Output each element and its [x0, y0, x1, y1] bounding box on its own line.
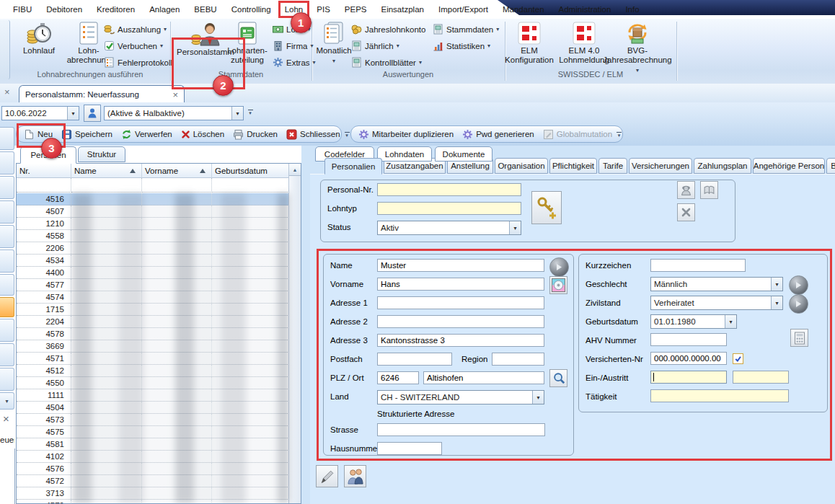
- table-row[interactable]: 3713: [17, 487, 289, 500]
- table-row[interactable]: 4102: [17, 451, 289, 463]
- close-button[interactable]: Schliessen: [282, 129, 345, 140]
- print-button[interactable]: Drucken: [229, 129, 282, 140]
- postfach-field[interactable]: [377, 353, 452, 366]
- austritt-field[interactable]: [733, 371, 789, 384]
- chevron-down-icon[interactable]: ▾: [725, 315, 736, 328]
- geschlecht-action-button[interactable]: [789, 275, 808, 295]
- vorname-field[interactable]: [377, 278, 544, 291]
- menu-item-pis[interactable]: PIS: [309, 0, 337, 19]
- date-picker[interactable]: 10.06.2022 ▾: [1, 106, 79, 120]
- filter-cell[interactable]: [212, 178, 289, 193]
- statistiken-button[interactable]: Statistiken▾: [433, 39, 490, 53]
- close-panel-icon[interactable]: ×: [4, 87, 10, 97]
- chevron-down-icon[interactable]: ▾: [771, 278, 782, 291]
- tab-lohndaten[interactable]: Lohndaten: [377, 146, 432, 162]
- tab-tarife[interactable]: Tarife: [598, 158, 627, 174]
- chevron-down-icon[interactable]: ▾: [67, 107, 79, 120]
- globalmutation-button[interactable]: Globalmutation: [539, 129, 617, 140]
- chevron-down-icon[interactable]: ▾: [771, 296, 782, 309]
- chevron-down-icon[interactable]: ▾: [509, 221, 521, 234]
- adresse3-field[interactable]: [377, 334, 544, 347]
- close-tab-icon[interactable]: ×: [172, 90, 178, 100]
- zivilstand-combo[interactable]: Verheiratet ▾: [650, 296, 783, 310]
- table-row[interactable]: 4516: [17, 193, 289, 205]
- tab-dokumente[interactable]: Dokumente: [435, 146, 492, 162]
- menu-item-info[interactable]: Info: [618, 0, 646, 19]
- taetigkeit-field[interactable]: [650, 389, 789, 402]
- versicherten-nr-field[interactable]: [650, 352, 727, 365]
- adresse2-field[interactable]: [377, 315, 544, 328]
- kurzzeichen-field[interactable]: [650, 259, 746, 272]
- employee-filter-combo[interactable]: (Aktive & Halbaktive) ▾: [104, 106, 244, 120]
- versicherten-nr-checkbox[interactable]: [733, 353, 743, 364]
- table-row[interactable]: 4579: [17, 500, 289, 504]
- kontrollblaetter-button[interactable]: Kontrollblätter▾: [351, 56, 422, 69]
- column-header-vorname[interactable]: Vorname: [142, 164, 212, 178]
- employee-picker-button[interactable]: [84, 105, 101, 122]
- auszahlung-button[interactable]: Auszahlung▾: [104, 22, 167, 36]
- tab-personalien[interactable]: Personalien: [324, 158, 382, 174]
- table-row[interactable]: 4550: [17, 377, 289, 389]
- adresse1-field[interactable]: [377, 296, 544, 309]
- table-row[interactable]: 3669: [17, 340, 289, 353]
- table-row[interactable]: 2204: [17, 316, 289, 328]
- filter-cell[interactable]: [142, 178, 212, 193]
- generate-password-button[interactable]: Pwd generieren: [458, 129, 539, 140]
- toolbar-overflow-handle[interactable]: ▾: [617, 132, 622, 137]
- menu-item-kreditoren[interactable]: Kreditoren: [89, 0, 142, 19]
- ort-field[interactable]: [423, 371, 544, 384]
- menu-item-anlagen[interactable]: Anlagen: [142, 0, 187, 19]
- menu-item-lohn[interactable]: Lohn 1: [278, 1, 310, 18]
- strasse-field[interactable]: [377, 423, 545, 436]
- jaehrlich-button[interactable]: Jährlich▾: [351, 39, 399, 53]
- table-row[interactable]: 4558: [17, 230, 289, 242]
- delete-button[interactable]: Löschen: [177, 130, 229, 139]
- column-header-name[interactable]: Name: [71, 164, 142, 178]
- photo-cd-button[interactable]: [549, 276, 567, 294]
- table-row[interactable]: 4578: [17, 328, 289, 340]
- table-row[interactable]: 4512: [17, 365, 289, 377]
- name-action-button[interactable]: [549, 257, 569, 277]
- table-row[interactable]: 4572: [17, 475, 289, 487]
- extras-menu-button[interactable]: Extras▾: [273, 56, 316, 69]
- vertical-scrollbar[interactable]: ▲: [288, 164, 301, 503]
- tab-organisation[interactable]: Organisation: [495, 158, 548, 174]
- geburtsdatum-picker[interactable]: 01.01.1980 ▾: [650, 314, 737, 329]
- column-header-geburtsdatum[interactable]: Geburtsdatum: [212, 164, 289, 178]
- table-row[interactable]: 4504: [17, 402, 289, 414]
- chevron-down-icon[interactable]: ▾: [532, 391, 544, 404]
- edit-pencil-button[interactable]: [316, 465, 338, 487]
- region-field[interactable]: [492, 353, 544, 366]
- tab-pflichtigkeit[interactable]: Pflichtigkeit: [549, 158, 597, 174]
- status-combo[interactable]: Aktiv ▾: [377, 221, 521, 235]
- firma-menu-button[interactable]: Firma▾: [273, 39, 313, 53]
- table-row[interactable]: 4573: [17, 414, 289, 426]
- ribbon-clipped-button[interactable]: [0, 20, 10, 79]
- table-row[interactable]: 1210: [17, 218, 289, 230]
- table-row[interactable]: 2206: [17, 242, 289, 255]
- table-row[interactable]: 1111: [17, 389, 289, 402]
- menu-item-mandanten[interactable]: Mandanten: [495, 0, 552, 19]
- menu-item-import-export[interactable]: Import/Export: [431, 0, 495, 19]
- land-combo[interactable]: CH - SWITZERLAND ▾: [377, 390, 544, 404]
- table-row[interactable]: 4571: [17, 353, 289, 365]
- personal-nr-field[interactable]: [377, 183, 521, 196]
- plz-field[interactable]: [377, 371, 419, 384]
- verbuchen-button[interactable]: Verbuchen▾: [104, 39, 163, 53]
- hausnummer-field[interactable]: [377, 442, 442, 455]
- discard-button[interactable]: Verwerfen: [117, 129, 177, 140]
- chevron-down-icon[interactable]: ▾: [231, 107, 243, 120]
- ahv-nummer-field[interactable]: [650, 333, 727, 346]
- menu-item-einsatzplan[interactable]: Einsatzplan: [374, 0, 431, 19]
- geschlecht-combo[interactable]: Männlich ▾: [650, 277, 783, 291]
- filter-cell[interactable]: [71, 178, 142, 193]
- scroll-up-button[interactable]: ▲: [289, 164, 301, 176]
- table-row[interactable]: 4507: [17, 205, 289, 218]
- eintritt-field[interactable]: [650, 371, 727, 384]
- table-row[interactable]: 4574: [17, 291, 289, 304]
- stammdaten-reports-button[interactable]: Stammdaten▾: [433, 22, 499, 36]
- generate-key-button[interactable]: [531, 191, 562, 224]
- address-book-button[interactable]: [700, 181, 718, 199]
- tab-clipped[interactable]: B: [826, 158, 835, 174]
- close-panel-icon[interactable]: ×: [3, 414, 9, 423]
